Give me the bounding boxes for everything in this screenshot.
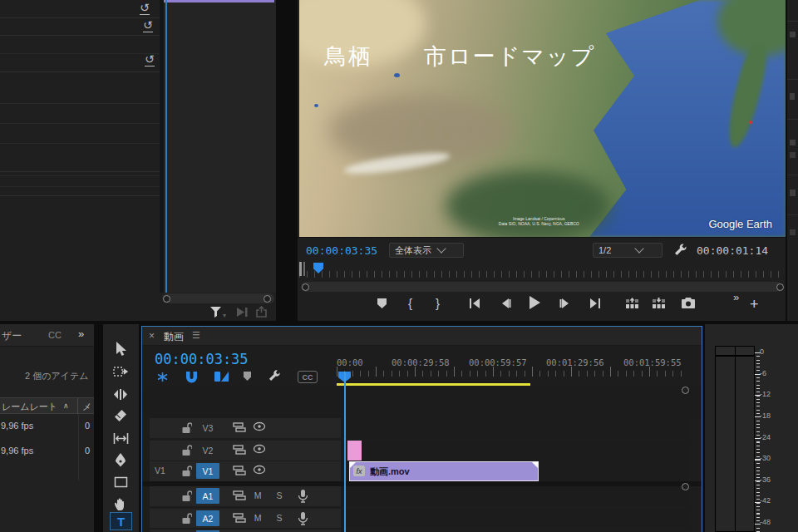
monitor-current-timecode[interactable]: 00:00:03:35 [306, 244, 377, 257]
voiceover-mic-icon[interactable] [298, 489, 308, 503]
timeline-scrollbar-handle[interactable] [682, 387, 689, 394]
source-track-icon[interactable] [233, 444, 246, 456]
voiceover-mic-icon[interactable] [298, 511, 308, 525]
tab-cc[interactable]: CC [48, 330, 62, 340]
tab-media-browser-partial[interactable]: ザー [2, 329, 22, 343]
sequence-tab[interactable]: 動画 [164, 330, 184, 344]
clip-trim-handle[interactable] [350, 462, 356, 468]
track-target-badge[interactable]: V1 [196, 463, 219, 479]
solo-track-button[interactable]: S [273, 511, 286, 525]
toggle-track-output-eye-icon[interactable] [253, 421, 266, 431]
captions-cc-button[interactable]: CC [298, 371, 318, 383]
mark-out-button[interactable]: } [436, 296, 440, 310]
column-divider[interactable] [77, 398, 78, 414]
add-marker-button[interactable] [377, 298, 387, 309]
ripple-edit-tool[interactable] [103, 383, 138, 405]
toggle-track-output-eye-icon[interactable] [253, 465, 266, 475]
reset-parameter-button[interactable]: ↺ [140, 2, 150, 15]
toggle-track-output-eye-icon[interactable] [253, 444, 266, 454]
button-editor-add-button[interactable]: + [750, 296, 759, 313]
scrollbar-handle[interactable] [302, 283, 309, 291]
clip-trim-handle[interactable] [532, 462, 538, 468]
scrollbar-handle[interactable] [264, 295, 271, 303]
linked-selection-icon[interactable] [214, 370, 229, 383]
go-to-out-button[interactable] [589, 298, 601, 308]
panel-menu-icon[interactable]: ☰ [192, 330, 200, 341]
lock-icon[interactable] [181, 512, 192, 525]
track-content[interactable]: fx 動画.mov [341, 461, 690, 481]
source-track-icon[interactable] [233, 421, 246, 433]
scrub-left-handle[interactable] [299, 262, 302, 276]
reset-parameter-button[interactable]: ↺ [145, 53, 155, 66]
play-button[interactable] [529, 296, 541, 309]
lock-icon[interactable] [181, 421, 192, 434]
scrollbar-handle[interactable] [776, 283, 784, 291]
timeline-scrollbar-handle[interactable] [682, 483, 689, 490]
panel-overflow-icon[interactable]: » [78, 328, 84, 340]
horizontal-scrollbar[interactable] [162, 293, 274, 303]
export-frame-camera-button[interactable] [682, 298, 695, 308]
track-content[interactable] [341, 486, 690, 506]
lift-button[interactable] [625, 298, 639, 309]
reset-parameter-button[interactable]: ↺ [143, 19, 153, 32]
fit-dropdown[interactable]: 全体表示 [389, 243, 464, 258]
lock-icon[interactable] [181, 490, 192, 502]
clip-video[interactable]: fx 動画.mov [349, 461, 539, 481]
track-content[interactable] [341, 441, 690, 461]
step-back-button[interactable] [500, 298, 511, 308]
source-track-icon[interactable] [233, 512, 246, 524]
lock-icon[interactable] [181, 465, 192, 477]
timeline-ruler[interactable]: 00:00 00:00:29:58 00:00:59:57 00:01:29:5… [337, 357, 690, 384]
source-track-icon[interactable] [233, 465, 246, 476]
clip-pink[interactable] [347, 441, 362, 461]
mark-in-button[interactable]: { [408, 296, 412, 310]
track-target-badge[interactable]: A2 [196, 510, 219, 526]
pen-tool[interactable] [103, 449, 138, 470]
source-track-icon[interactable] [233, 490, 246, 501]
timeline-playhead-line[interactable] [344, 372, 346, 532]
monitor-out-timecode[interactable]: 00:00:01:14 [697, 244, 768, 257]
clip-list-row[interactable]: 9,96 fps 0 [0, 441, 94, 462]
export-icon[interactable] [255, 306, 268, 318]
frame-rate-column-header[interactable]: レームレート [2, 401, 57, 413]
track-target-badge[interactable]: A1 [196, 488, 219, 504]
transport-more-button[interactable]: » [733, 291, 739, 303]
slip-tool[interactable] [103, 427, 138, 449]
track-target-badge[interactable]: V3 [196, 420, 219, 436]
monitor-scrollbar[interactable] [301, 282, 782, 292]
timeline-current-timecode[interactable]: 00:00:03:35 [155, 351, 249, 367]
extract-button[interactable] [652, 298, 666, 309]
filter-properties-icon[interactable] [209, 306, 223, 318]
clip-list-row[interactable]: 9,96 fps 0 [0, 416, 94, 437]
playback-resolution-dropdown[interactable]: 1/2 [593, 243, 663, 258]
source-patch-label[interactable]: V1 [155, 466, 165, 475]
track-content[interactable] [341, 418, 690, 438]
monitor-scrub-ruler[interactable] [299, 271, 784, 278]
type-tool-selected[interactable]: T [110, 512, 132, 530]
mute-track-button[interactable]: M [251, 511, 264, 525]
selection-tool[interactable] [103, 338, 138, 360]
play-only-audio-icon[interactable] [236, 307, 249, 318]
list-header-row[interactable]: レームレート ∧ メ [0, 397, 94, 414]
track-target-badge[interactable]: V2 [196, 442, 219, 458]
marker-icon[interactable] [243, 371, 252, 382]
work-area-bar[interactable] [337, 383, 530, 386]
step-forward-button[interactable] [559, 298, 570, 308]
timeline-settings-wrench-icon[interactable] [268, 369, 281, 382]
effect-controls-playhead[interactable] [165, 0, 167, 293]
go-to-in-button[interactable] [469, 298, 481, 308]
settings-wrench-icon[interactable] [673, 243, 687, 257]
track-select-forward-tool[interactable] [103, 362, 138, 383]
lock-icon[interactable] [181, 444, 192, 456]
mute-track-button[interactable]: M [251, 489, 264, 502]
scrub-left-handle[interactable] [303, 262, 305, 276]
snap-magnet-icon[interactable] [185, 370, 199, 383]
solo-track-button[interactable]: S [273, 489, 286, 502]
nest-toggle-icon[interactable] [155, 371, 170, 383]
close-tab-icon[interactable]: × [149, 330, 155, 342]
scrollbar-handle[interactable] [163, 295, 170, 303]
rectangle-tool[interactable] [103, 471, 138, 493]
razor-tool[interactable] [103, 405, 138, 426]
next-column-header-partial[interactable]: メ [82, 401, 91, 413]
track-content[interactable] [341, 509, 690, 528]
